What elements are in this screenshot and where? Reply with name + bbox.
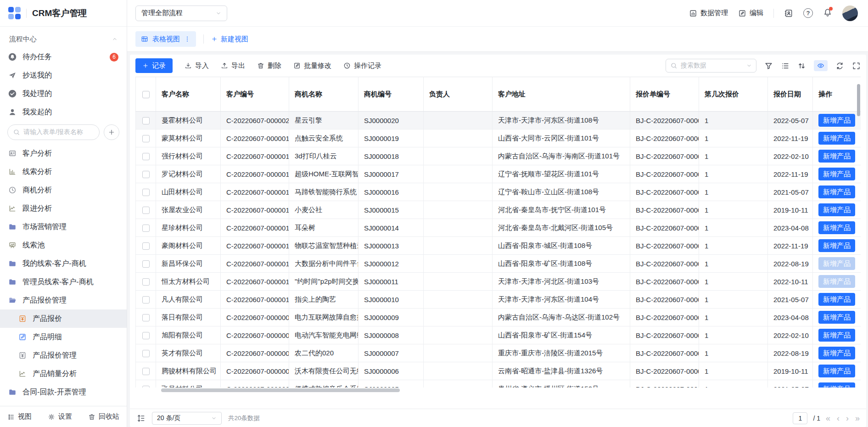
cell-owner: [424, 219, 493, 237]
add-product-button[interactable]: 新增产品: [818, 365, 855, 377]
select-all-checkbox[interactable]: [142, 91, 150, 98]
row-checkbox[interactable]: [142, 368, 150, 375]
list-settings-icon[interactable]: [781, 62, 790, 70]
sidebar-section-flow-center[interactable]: 流程中心: [0, 30, 127, 48]
first-page-button[interactable]: «: [826, 414, 830, 422]
address-book-icon[interactable]: [784, 9, 793, 18]
row-checkbox[interactable]: [142, 296, 150, 303]
sort-icon[interactable]: [797, 62, 806, 70]
edit-square-icon: [738, 9, 746, 17]
cell-opp: 星云引擎: [289, 112, 358, 129]
row-checkbox[interactable]: [142, 207, 150, 214]
add-product-button[interactable]: 新增产品: [818, 114, 855, 127]
more-dots-icon[interactable]: [184, 36, 190, 42]
edit-button[interactable]: 编辑: [738, 9, 763, 17]
horizontal-scrollbar[interactable]: [161, 388, 400, 392]
operation-log-button[interactable]: 操作记录: [343, 62, 381, 70]
user-avatar[interactable]: [842, 6, 858, 21]
cell-customer: 落日有限公司: [156, 309, 221, 326]
sidebar-item-workflow-3[interactable]: 我发起的: [0, 103, 127, 121]
sidebar-item-0[interactable]: 客户分析: [0, 144, 127, 163]
row-checkbox[interactable]: [142, 171, 150, 178]
add-product-button[interactable]: 新增产品: [818, 168, 855, 180]
sidebar-footer-1[interactable]: 设置: [48, 412, 72, 421]
sidebar-item-11[interactable]: 产品报价管理: [0, 346, 127, 365]
sidebar-item-10[interactable]: 产品明细: [0, 328, 127, 346]
sidebar-item-workflow-0[interactable]: 待办任务6: [0, 48, 127, 66]
add-form-button[interactable]: [104, 124, 119, 140]
sidebar-item-7[interactable]: 管理员线索-客户-商机: [0, 273, 127, 291]
add-product-button[interactable]: 新增产品: [818, 257, 855, 270]
add-product-button[interactable]: 新增产品: [818, 293, 855, 306]
chevron-up-icon[interactable]: [112, 36, 118, 42]
row-checkbox[interactable]: [142, 260, 150, 268]
sidebar-item-4[interactable]: 市场营销管理: [0, 218, 127, 236]
chevron-down-icon[interactable]: [746, 63, 752, 68]
prev-page-button[interactable]: ‹: [837, 414, 840, 422]
col-header-1: 客户编号: [221, 77, 289, 112]
row-checkbox[interactable]: [142, 189, 150, 196]
cell-opp: 指尖上的陶艺: [289, 291, 358, 309]
visibility-toggle[interactable]: [814, 60, 828, 71]
tab-table-view[interactable]: 表格视图: [135, 31, 196, 47]
sidebar-item-6[interactable]: 我的线索-客户-商机: [0, 254, 127, 273]
add-product-button[interactable]: 新增产品: [818, 203, 855, 216]
notification-bell-icon[interactable]: [823, 8, 832, 19]
last-page-button[interactable]: »: [855, 414, 860, 422]
cell-opp_no: SJ0000020: [358, 112, 424, 129]
fullscreen-icon[interactable]: [852, 62, 861, 70]
refresh-icon[interactable]: [835, 62, 844, 70]
form-search-input[interactable]: 请输入表单/报表名称: [7, 124, 100, 140]
batch-edit-button[interactable]: 批量修改: [293, 62, 331, 70]
help-icon[interactable]: ?: [803, 8, 813, 18]
new-view-button[interactable]: 新建视图: [211, 35, 248, 44]
add-product-button[interactable]: 新增产品: [818, 185, 855, 198]
cell-address: 山西省-大同市-云冈区-街道101号: [493, 129, 630, 147]
add-product-button[interactable]: 新增产品: [818, 329, 855, 342]
add-product-button[interactable]: 新增产品: [818, 132, 855, 145]
add-product-button[interactable]: 新增产品: [818, 221, 855, 234]
sidebar-item-workflow-1[interactable]: 抄送我的: [0, 66, 127, 84]
page-number-input[interactable]: 1: [793, 412, 807, 424]
vertical-scrollbar[interactable]: [857, 84, 860, 116]
row-checkbox[interactable]: [142, 278, 150, 286]
row-checkbox[interactable]: [142, 135, 150, 142]
sidebar-item-1[interactable]: 线索分析: [0, 163, 127, 181]
delete-button[interactable]: 删除: [257, 62, 281, 70]
add-product-button[interactable]: 新增产品: [818, 311, 855, 324]
add-product-button[interactable]: 新增产品: [818, 275, 855, 288]
row-checkbox[interactable]: [142, 314, 150, 321]
sidebar-item-5[interactable]: 线索池: [0, 236, 127, 254]
add-product-button[interactable]: 新增产品: [818, 382, 855, 388]
sidebar-item-12[interactable]: 产品销量分析: [0, 365, 127, 383]
cell-owner: [424, 255, 493, 273]
sidebar-item-workflow-2[interactable]: 我处理的: [0, 84, 127, 103]
add-product-button[interactable]: 新增产品: [818, 239, 855, 252]
import-button[interactable]: 导入: [185, 62, 209, 70]
next-page-button[interactable]: ›: [846, 414, 849, 422]
sidebar-item-8[interactable]: 产品报价管理: [0, 291, 127, 309]
add-product-button[interactable]: 新增产品: [818, 150, 855, 163]
row-checkbox[interactable]: [142, 242, 150, 250]
row-checkbox[interactable]: [142, 153, 150, 160]
sidebar-item-9[interactable]: 产品报价: [0, 309, 127, 328]
flow-select-dropdown[interactable]: 管理全部流程: [135, 6, 227, 21]
row-checkbox[interactable]: [142, 350, 150, 357]
sidebar-footer-2[interactable]: 回收站: [88, 412, 119, 421]
add-product-button[interactable]: 新增产品: [818, 347, 855, 360]
row-height-icon[interactable]: [136, 414, 146, 423]
sidebar-item-2[interactable]: 商机分析: [0, 181, 127, 199]
sidebar-footer-0[interactable]: 视图: [7, 412, 32, 421]
export-button[interactable]: 导出: [221, 62, 245, 70]
data-manage-button[interactable]: 数据管理: [689, 9, 728, 17]
row-checkbox[interactable]: [142, 225, 150, 232]
yenbook-icon: [18, 351, 27, 360]
add-record-button[interactable]: 记录: [135, 58, 173, 73]
sidebar-item-13[interactable]: 合同-回款-开票管理: [0, 383, 127, 401]
filter-icon[interactable]: [764, 62, 773, 70]
sidebar-item-3[interactable]: 跟进分析: [0, 199, 127, 218]
table-search-input[interactable]: 搜索数据: [666, 59, 756, 73]
row-checkbox[interactable]: [142, 117, 150, 124]
row-checkbox[interactable]: [142, 332, 150, 339]
page-size-select[interactable]: 20 条/页: [152, 412, 222, 425]
